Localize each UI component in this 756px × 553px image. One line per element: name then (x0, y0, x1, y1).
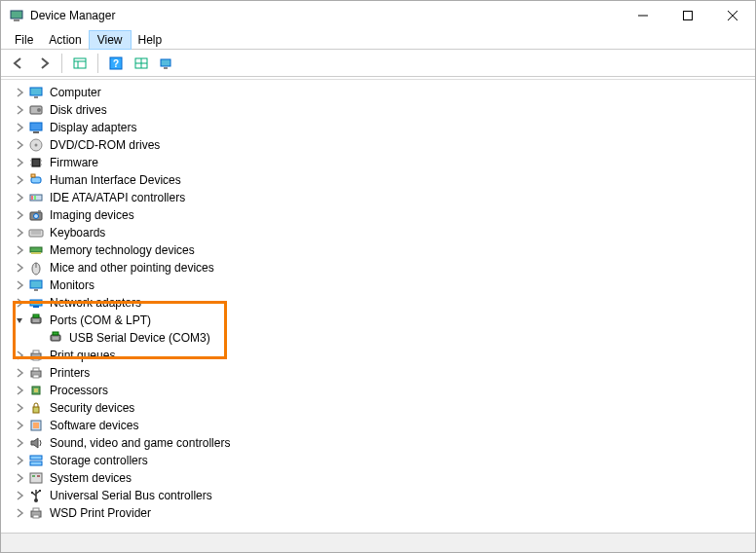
tree-item-label: Processors (48, 383, 110, 398)
tree-item[interactable]: Firmware (9, 154, 755, 171)
tree-item[interactable]: Mice and other pointing devices (9, 259, 755, 276)
svg-rect-47 (33, 306, 39, 308)
svg-rect-40 (30, 247, 42, 252)
svg-rect-71 (30, 473, 42, 483)
expand-icon[interactable] (13, 401, 26, 415)
menubar: File Action View Help (1, 30, 755, 50)
tree-item[interactable]: Memory technology devices (9, 241, 755, 259)
tree-item[interactable]: Processors (9, 382, 755, 399)
security-icon (28, 400, 44, 416)
expand-icon[interactable] (13, 191, 26, 204)
close-button[interactable] (710, 1, 755, 30)
menu-view[interactable]: View (90, 31, 131, 49)
menu-file[interactable]: File (7, 31, 41, 49)
maximize-button[interactable] (665, 1, 710, 30)
tree-item[interactable]: System devices (9, 469, 755, 487)
expand-icon[interactable] (13, 471, 26, 485)
tree-item[interactable]: Storage controllers (9, 452, 755, 469)
tree-item[interactable]: Sound, video and game controllers (9, 434, 755, 452)
device-tree-panel[interactable]: ComputerDisk drivesDisplay adaptersDVD/C… (1, 79, 755, 533)
expand-icon[interactable] (13, 156, 26, 169)
statusbar (1, 533, 755, 552)
tree-item[interactable]: Monitors (9, 276, 755, 294)
tree-item[interactable]: WSD Print Provider (9, 504, 755, 522)
expand-icon[interactable] (13, 384, 26, 397)
expand-icon[interactable] (13, 243, 26, 257)
expand-icon[interactable] (13, 419, 26, 432)
tree-item-label: Ports (COM & LPT) (48, 313, 153, 328)
tree-item[interactable]: Universal Serial Bus controllers (9, 487, 755, 504)
printer-icon (28, 505, 44, 521)
expand-icon[interactable] (13, 506, 26, 520)
tree-item-label: Computer (48, 85, 103, 100)
tree-item[interactable]: Disk drives (9, 101, 755, 119)
expand-icon[interactable] (13, 366, 26, 380)
scan-button[interactable] (130, 53, 153, 74)
expand-icon[interactable] (13, 86, 26, 99)
expand-icon[interactable] (13, 208, 26, 222)
tree-item-label: Universal Serial Bus controllers (48, 488, 214, 503)
tree-item[interactable]: IDE ATA/ATAPI controllers (9, 189, 755, 206)
storage-icon (28, 453, 44, 468)
forward-button[interactable] (32, 53, 56, 74)
window-title: Device Manager (30, 9, 115, 22)
svg-rect-70 (30, 461, 42, 465)
svg-rect-29 (31, 177, 41, 183)
expand-icon[interactable] (13, 454, 26, 467)
tree-item[interactable]: Print queues (9, 347, 755, 364)
show-hide-button[interactable] (68, 53, 92, 74)
svg-rect-6 (74, 58, 86, 68)
expand-icon[interactable] (13, 261, 26, 275)
tree-item-label: Disk drives (48, 102, 109, 118)
tree-item-label: Mice and other pointing devices (48, 260, 216, 276)
minimize-button[interactable] (621, 1, 665, 30)
port-icon (28, 313, 44, 328)
svg-rect-30 (31, 174, 35, 177)
expand-icon[interactable] (13, 138, 26, 152)
app-icon (9, 8, 24, 23)
expand-icon[interactable] (13, 226, 26, 240)
expand-icon[interactable] (13, 121, 26, 134)
toolbar-separator (61, 54, 62, 73)
tree-item[interactable]: Security devices (9, 399, 755, 417)
help-button[interactable]: ? (104, 53, 128, 74)
tree-item[interactable]: DVD/CD-ROM drives (9, 136, 755, 154)
svg-point-23 (35, 144, 38, 147)
svg-rect-81 (33, 508, 39, 511)
svg-rect-36 (38, 210, 41, 212)
expand-icon[interactable] (13, 489, 26, 502)
svg-rect-79 (39, 490, 41, 492)
tree-item-label: Imaging devices (48, 207, 136, 223)
tree-item[interactable]: Keyboards (9, 224, 755, 241)
tree-item[interactable]: Printers (9, 364, 755, 382)
window-controls (621, 1, 755, 30)
titlebar: Device Manager (1, 1, 755, 30)
devices-button[interactable] (155, 53, 178, 74)
monitor-icon (28, 277, 44, 293)
svg-rect-68 (33, 423, 39, 428)
tree-item[interactable]: Software devices (9, 417, 755, 434)
expand-icon[interactable] (13, 296, 26, 310)
tree-child-item[interactable]: USB Serial Device (COM3) (9, 329, 755, 347)
menu-action[interactable]: Action (41, 31, 89, 49)
collapse-icon[interactable] (13, 313, 26, 327)
tree-item-label: Print queues (48, 348, 117, 363)
tree-item-label: WSD Print Provider (48, 505, 153, 521)
expand-icon[interactable] (13, 436, 26, 450)
tree-item[interactable]: Computer (9, 84, 755, 101)
mouse-icon (28, 260, 44, 276)
tree-item[interactable]: Imaging devices (9, 206, 755, 224)
expand-icon[interactable] (13, 173, 26, 187)
tree-item-label: Network adapters (48, 295, 143, 311)
svg-rect-21 (33, 131, 39, 133)
chip-icon (28, 155, 44, 170)
tree-item[interactable]: Network adapters (9, 294, 755, 312)
expand-icon[interactable] (13, 349, 26, 362)
tree-item[interactable]: Ports (COM & LPT) (9, 312, 755, 329)
expand-icon[interactable] (13, 278, 26, 292)
tree-item[interactable]: Human Interface Devices (9, 171, 755, 189)
menu-help[interactable]: Help (131, 31, 170, 49)
back-button[interactable] (7, 53, 30, 74)
expand-icon[interactable] (13, 103, 26, 117)
tree-item[interactable]: Display adapters (9, 119, 755, 136)
